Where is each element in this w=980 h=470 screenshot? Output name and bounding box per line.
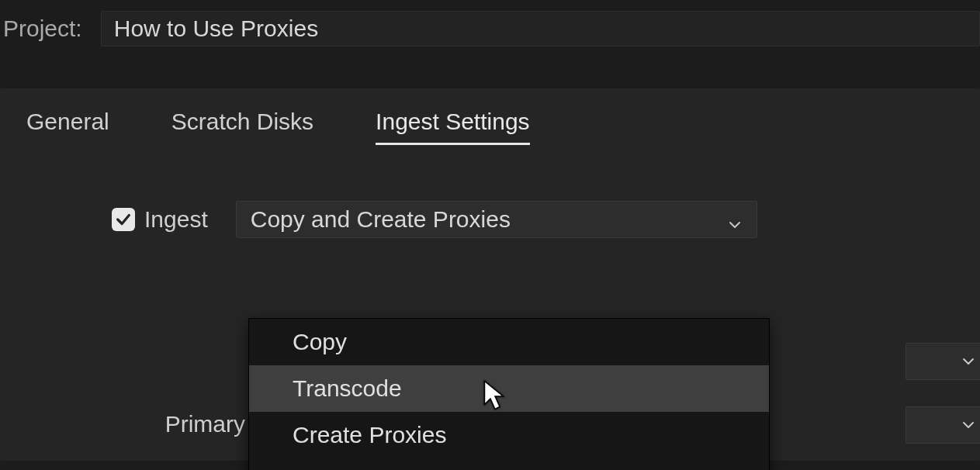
ingest-mode-dropdown[interactable]: Copy and Create Proxies xyxy=(236,201,757,238)
project-settings-panel: General Scratch Disks Ingest Settings In… xyxy=(0,88,980,461)
check-icon xyxy=(115,211,132,228)
ingest-checkbox[interactable] xyxy=(112,208,135,231)
ingest-option-transcode[interactable]: Transcode xyxy=(249,365,769,412)
ingest-mode-menu: Copy Transcode Create Proxies Copy and C… xyxy=(248,318,770,470)
ingest-option-label: Transcode xyxy=(293,375,402,402)
chevron-down-icon xyxy=(727,212,743,227)
secondary-dropdown-1[interactable] xyxy=(906,343,980,380)
tab-scratch-disks[interactable]: Scratch Disks xyxy=(171,109,313,143)
primary-destination-dropdown[interactable] xyxy=(906,406,980,444)
ingest-mode-selected: Copy and Create Proxies xyxy=(251,206,511,233)
ingest-form: Ingest Copy and Create Proxies xyxy=(26,201,954,238)
ingest-label: Ingest xyxy=(144,206,208,233)
primary-label: Primary xyxy=(90,411,245,437)
project-row: Project: How to Use Proxies xyxy=(0,0,980,57)
settings-tabs: General Scratch Disks Ingest Settings xyxy=(26,109,954,145)
tab-ingest-settings[interactable]: Ingest Settings xyxy=(376,109,529,145)
ingest-row: Ingest Copy and Create Proxies xyxy=(112,201,954,238)
ingest-option-label: Create Proxies xyxy=(293,422,446,448)
project-name-field[interactable]: How to Use Proxies xyxy=(101,11,980,47)
ingest-option-copy[interactable]: Copy xyxy=(249,319,769,365)
ingest-option-copy-and-create-proxies[interactable]: Copy and Create Proxies xyxy=(249,458,769,470)
ingest-option-label: Copy xyxy=(293,329,347,355)
ingest-option-create-proxies[interactable]: Create Proxies xyxy=(249,412,769,458)
tab-general[interactable]: General xyxy=(26,109,109,143)
project-label: Project: xyxy=(3,16,82,42)
project-name-text: How to Use Proxies xyxy=(114,16,318,42)
chevron-down-icon xyxy=(961,417,976,433)
chevron-down-icon xyxy=(961,354,976,369)
